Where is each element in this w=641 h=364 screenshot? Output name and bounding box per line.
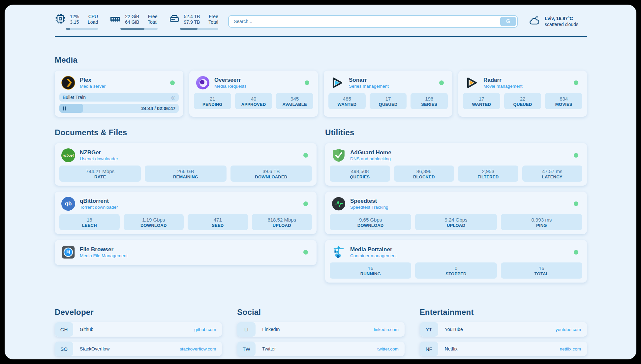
media-grid: Plex Media server Bullet Train ◎ 24:44 /… [55,71,587,117]
bookmarks-developer: Developer GH Github github.com SO StackO… [55,308,222,359]
app-card-sonarr[interactable]: Sonarr Series management 485 WANTED 17 Q… [324,71,452,117]
bookmark-stackoverflow[interactable]: SO StackOverflow stackoverflow.com [55,342,222,356]
stat-total: 16 TOTAL [501,262,582,279]
portainer-icon [332,245,346,259]
app-subtitle: Series management [349,83,435,89]
app-card-overseerr[interactable]: Overseerr Media Requests 21 PENDING 40 A… [189,71,318,117]
bookmark-name: LinkedIn [262,327,280,332]
section-title-social: Social [237,308,404,317]
ram-free-label: Free [148,14,158,19]
app-title: File Browser [80,246,299,253]
ram-stat: 22 GiB 64 GiB Free Total [109,13,157,30]
app-card-plex[interactable]: Plex Media server Bullet Train ◎ 24:44 /… [55,71,183,117]
playback-progress-fill [59,104,83,113]
media-session-icon[interactable]: ◎ [171,95,175,100]
app-subtitle: Usenet downloader [80,156,299,162]
now-playing-title: Bullet Train [63,95,86,100]
bookmark-name: Netflix [445,346,458,351]
status-dot [574,201,578,206]
bookmarks-entertainment: Entertainment YT YouTube youtube.com NF … [420,308,587,359]
app-subtitle: Container management [350,253,569,258]
bookmark-netflix[interactable]: NF Netflix netflix.com [420,342,587,356]
playback-time: 24:44 / 02:06:47 [141,106,179,111]
section-title-entertainment: Entertainment [420,308,587,317]
status-dot [574,80,578,85]
app-title: Sonarr [349,77,435,83]
disk-total-value: 97.9 TB [184,19,200,25]
search-input[interactable] [230,19,500,24]
app-subtitle: Media File Management [80,253,299,258]
stat-wanted: 17 WANTED [463,93,500,109]
disk-progress-bar [180,28,218,30]
stat-rate: 744.21 Mbps RATE [59,166,141,182]
stat-stopped: 0 STOPPED [415,262,497,279]
app-title: qBittorrent [80,198,299,204]
cloud-icon [528,15,541,28]
stat-ping: 0.993 ms PING [501,214,582,230]
bookmark-abbr: YT [420,322,438,337]
utilities-column: Utilities AdGuard Home DNS and adblockin… [325,128,587,288]
bookmark-linkedin[interactable]: LI LinkedIn linkedin.com [237,322,404,337]
stat-blocked: 86,396 BLOCKED [394,166,454,182]
bookmarks-social: Social LI LinkedIn linkedin.com TW Twitt… [237,308,404,359]
bookmark-twitter[interactable]: TW Twitter twitter.com [237,342,404,356]
bookmark-url: linkedin.com [374,327,399,332]
status-dot [305,80,309,85]
stat-queries: 498,508 QUERIES [330,166,390,182]
cpu-usage-label: CPU [88,14,98,19]
radarr-icon [465,76,479,90]
app-card-portainer[interactable]: Media Portainer Container management 16 … [325,240,587,283]
bookmark-url: twitter.com [377,347,399,351]
dashboard-panel: 12% 3.15 CPU Load [5,5,636,359]
stat-wanted: 485 WANTED [328,93,366,109]
filebrowser-icon [61,245,75,259]
bookmark-abbr: TW [237,342,256,356]
weather-location: Lviv, 16.87°C [545,15,578,21]
section-title-utilities: Utilities [325,128,587,137]
app-subtitle: Media server [80,83,166,89]
app-card-qbittorrent[interactable]: qb qBittorrent Torrent downloader 16 LEE… [55,192,317,234]
stat-running: 16 RUNNING [330,262,411,279]
cpu-usage-value: 12% [70,14,79,19]
stat-leech: 16 LEECH [59,214,120,230]
documents-column: Documents & Files nzbget NZBGet Usenet d… [55,128,317,288]
app-window: 12% 3.15 CPU Load [0,0,641,364]
stat-movies: 834 MOVIES [545,93,582,109]
section-title-media: Media [55,55,587,65]
app-subtitle: Torrent downloader [80,204,299,210]
app-subtitle: DNS and adblocking [350,156,569,162]
cpu-load-label: Load [88,19,98,25]
overseerr-icon [196,76,210,90]
ram-free-value: 22 GiB [125,14,139,19]
bookmark-youtube[interactable]: YT YouTube youtube.com [420,322,587,337]
app-card-speedtest[interactable]: Speedtest Speedtest Tracking 9.65 Gbps D… [325,192,587,234]
search-provider-button[interactable]: G [500,17,516,26]
app-subtitle: Media Requests [214,83,300,89]
now-playing-row: Bullet Train ◎ [59,93,179,102]
bookmark-url: netflix.com [560,347,581,351]
app-title: Radarr [483,77,569,83]
app-card-adguard[interactable]: AdGuard Home DNS and adblocking 498,508 … [325,143,587,186]
status-dot [439,80,444,85]
nzbget-icon: nzbget [61,148,75,162]
cpu-progress-bar [66,28,98,30]
bookmark-name: Twitter [262,346,276,351]
status-dot [170,80,175,85]
app-card-nzbget[interactable]: nzbget NZBGet Usenet downloader 744.21 M… [55,143,317,186]
stat-available: 945 AVAILABLE [276,93,313,109]
stat-latency: 47.57 ms LATENCY [522,166,583,182]
app-subtitle: Speedtest Tracking [350,204,569,210]
status-dot [303,250,308,255]
bookmark-github[interactable]: GH Github github.com [55,322,222,337]
playback-progress-bar: 24:44 / 02:06:47 [59,104,179,113]
qbittorrent-icon: qb [61,197,75,211]
stat-series: 196 SERIES [411,93,448,109]
app-card-filebrowser[interactable]: File Browser Media File Management [55,240,317,265]
bookmark-abbr: GH [55,322,73,337]
search-bar: G [228,15,518,28]
app-title: Speedtest [350,198,569,204]
app-card-radarr[interactable]: Radarr Movie management 17 WANTED 22 QUE… [458,71,587,117]
cpu-load-value: 3.15 [70,19,79,25]
ram-progress-bar [120,28,157,30]
app-subtitle: Movie management [483,83,569,89]
